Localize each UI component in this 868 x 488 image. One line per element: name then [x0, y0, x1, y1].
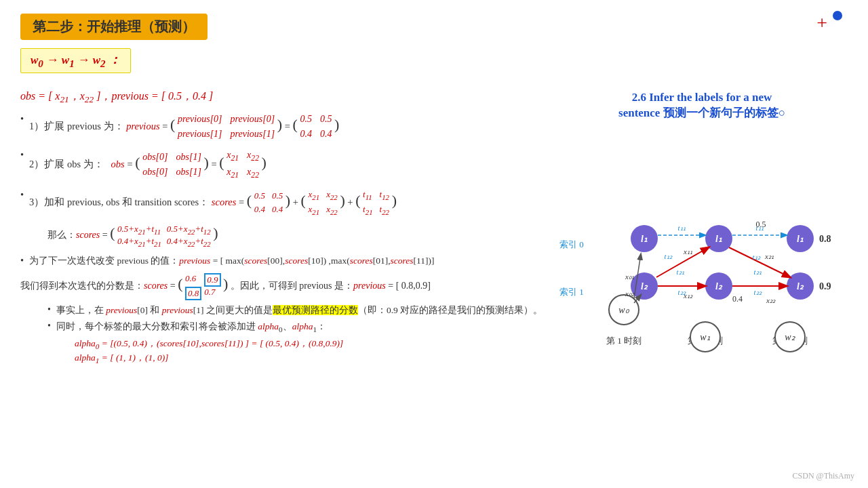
- blue-dot: [833, 11, 842, 20]
- sub-bullet-dot-2: •: [47, 321, 51, 331]
- highlight-text: 最优预测路径的分数: [273, 305, 358, 315]
- val05-label: 0.5: [756, 220, 766, 229]
- sub-bullet-2: • 同时，每个标签的最大分数和索引将会被添加进 alpha0、alpha1：: [47, 321, 549, 333]
- sub-bullet-content-1: 事实上，在 previous[0] 和 previous[1] 之间更大的值是最…: [56, 304, 542, 317]
- bullet-content-3: 3）加和 previous, obs 和 transition scores： …: [29, 188, 397, 219]
- right-title-line2: sentence 预测一个新句子的标签○: [618, 106, 785, 119]
- bullet-dot-3: •: [20, 189, 24, 201]
- watermark-text: CSDN @ThisAmy: [793, 471, 854, 481]
- val08-label: 0.8: [819, 234, 831, 244]
- bullet-item-1: • 1）扩展 previous 为： previous = ( previous…: [20, 112, 549, 142]
- bullet-item-3: • 3）加和 previous, obs 和 transition scores…: [20, 188, 549, 219]
- w0-label: w₀: [618, 305, 629, 315]
- x11-label: x₁₁: [683, 247, 692, 256]
- l2-t2-label: l₂: [715, 281, 723, 291]
- bullet-dot-2: •: [20, 149, 24, 161]
- val09-label: 0.9: [819, 281, 831, 291]
- l2-t1-label: l₂: [641, 281, 648, 291]
- bullet-dot-4: •: [20, 255, 24, 266]
- x01-label: x₀₁: [625, 272, 634, 281]
- right-title: 2.6 Infer the labels for a new sentence …: [556, 89, 848, 122]
- x22-label: x₂₂: [766, 296, 776, 304]
- plus-icon: +: [816, 12, 827, 34]
- t11-label-1: t₁₁: [677, 224, 685, 232]
- l2-t3-label: l₂: [797, 281, 804, 291]
- alpha0-line: alpha0 = [(0.5, 0.4)，(scores[10],scores[…: [75, 338, 549, 350]
- prev-update-item: • 为了下一次迭代改变 previous 的值：previous = [ max…: [20, 253, 549, 268]
- sub-bullet-dot-1: •: [47, 304, 51, 315]
- sub-bullet-content-2: 同时，每个标签的最大分数和索引将会被添加进 alpha0、alpha1：: [56, 321, 326, 333]
- right-title-line1: 2.6 Infer the labels for a new: [632, 91, 772, 104]
- w-sequence: w0 → w1 → w2 ：: [20, 48, 131, 73]
- x02-label: x₀₂: [625, 289, 635, 298]
- l1-t1-label: l₁: [641, 234, 648, 244]
- obs-line: obs = [ x21，x22 ]，previous = [ 0.5，0.4 ]: [20, 89, 549, 105]
- w2-label: w₂: [785, 332, 795, 342]
- step-header-text: 第二步：开始推理（预测）: [33, 19, 195, 34]
- namo-line: 那么：scores = ( 0.5+x21+t110.5+x22+t12 0.4…: [47, 224, 549, 247]
- main-content: obs = [ x21，x22 ]，previous = [ 0.5，0.4 ]…: [20, 89, 848, 367]
- l1-t3-label: l₁: [797, 234, 804, 244]
- t22-label-2: t₂₂: [753, 288, 762, 296]
- w1-label: w₁: [700, 332, 710, 342]
- w-sequence-text: w0 → w1 → w2 ：: [31, 53, 121, 66]
- alpha1-line: alpha1 = [ (1, 1)，(1, 0)]: [75, 352, 549, 365]
- prev-update-content: 为了下一次迭代改变 previous 的值：previous = [ max(s…: [29, 253, 434, 268]
- x12-label: x₁₂: [683, 291, 693, 300]
- graph-svg: 索引 0 索引 1 第 1 时刻 第 2 时刻 第 3 时刻 w₀ w₁ w₂ …: [556, 127, 841, 350]
- right-panel: 2.6 Infer the labels for a new sentence …: [556, 89, 848, 367]
- t21-label-1: t₂₁: [676, 268, 684, 276]
- t12-label-1: t₁₂: [664, 252, 672, 260]
- left-panel: obs = [ x21，x22 ]，previous = [ 0.5，0.4 ]…: [20, 89, 549, 367]
- t12-label-2: t₁₂: [752, 253, 760, 261]
- time1-label: 第 1 时刻: [606, 336, 642, 346]
- scores-result: 我们得到本次迭代的分数是：scores = ( 0.60.9 0.80.7 ) …: [20, 273, 549, 300]
- slide: + 第二步：开始推理（预测） w0 → w1 → w2 ： obs = [ x2…: [0, 0, 868, 488]
- bullet-dot-1: •: [20, 113, 24, 125]
- x21-label: x₂₁: [764, 252, 774, 260]
- bullet-content-2: 2）扩展 obs 为： obs = ( obs[0]obs[1] obs[0]o…: [29, 148, 267, 182]
- t21-label-2: t₂₁: [753, 268, 761, 276]
- bullet-content-1: 1）扩展 previous 为： previous = ( previous[0…: [29, 112, 339, 142]
- sub-bullet-1: • 事实上，在 previous[0] 和 previous[1] 之间更大的值…: [47, 304, 549, 317]
- watermark: CSDN @ThisAmy: [793, 471, 854, 481]
- index-0-label: 索引 0: [559, 239, 584, 249]
- bullet-item-2: • 2）扩展 obs 为： obs = ( obs[0]obs[1] obs[0…: [20, 148, 549, 182]
- val04-label: 0.4: [732, 294, 743, 304]
- index-1-label: 索引 1: [559, 287, 584, 297]
- l1-t2-label: l₁: [715, 234, 722, 244]
- step-header: 第二步：开始推理（预测）: [20, 14, 208, 40]
